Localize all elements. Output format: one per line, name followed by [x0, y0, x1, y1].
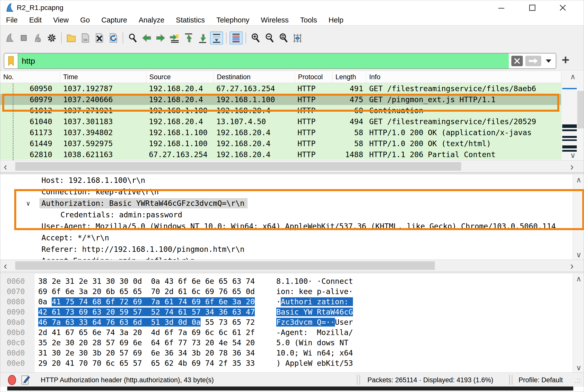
- packet-row[interactable]: 610401037.301183192.168.20.413.107.4.50H…: [0, 116, 561, 127]
- minimize-button[interactable]: [491, 2, 511, 13]
- reload-file-button[interactable]: [107, 32, 120, 44]
- zoom-out-button[interactable]: [263, 32, 276, 44]
- hex-row[interactable]: 006038 2e 31 2e 31 30 30 0d 0a 43 6f 6e …: [0, 276, 573, 286]
- menu-item-edit[interactable]: Edit: [23, 16, 47, 24]
- detail-line[interactable]: ∨Authorization: Basic YWRtaW46cGFzc3dvcm…: [0, 198, 573, 209]
- goto-packet-button[interactable]: [168, 32, 181, 44]
- expander-icon[interactable]: ∨: [26, 198, 30, 209]
- column-header-source[interactable]: Source: [146, 72, 214, 83]
- hex-gap: [88, 348, 92, 357]
- display-filter-input[interactable]: http: [18, 54, 509, 68]
- hscrollbar-thumb[interactable]: [15, 162, 461, 171]
- last-packet-button[interactable]: [196, 32, 209, 44]
- resize-columns-button[interactable]: [291, 32, 304, 44]
- detail-line[interactable]: Accept-Encoding: gzip, deflate\r\n: [0, 255, 573, 260]
- hex-row[interactable]: 00800a 41 75 74 68 6f 72 69 7a 61 74 69 …: [0, 296, 573, 307]
- details-hscrollbar[interactable]: ‹ ›: [0, 260, 584, 272]
- open-file-button[interactable]: [65, 32, 78, 44]
- menu-item-capture[interactable]: Capture: [96, 16, 133, 24]
- detail-line[interactable]: User-Agent: Mozilla/5.0 (Windows NT 10.0…: [0, 220, 573, 232]
- hex-row[interactable]: 009042 61 73 69 63 20 59 57 52 74 61 57 …: [0, 307, 573, 317]
- restart-capture-button[interactable]: [31, 32, 44, 44]
- scroll-left-icon[interactable]: ‹: [4, 260, 7, 272]
- detail-line[interactable]: Host: 192.168.1.100\r\n: [0, 175, 573, 186]
- detail-line[interactable]: Referer: http://192.168.1.100/pingmon.ht…: [0, 244, 573, 255]
- scroll-down-icon[interactable]: ∨: [561, 152, 584, 159]
- packet-list-hscrollbar[interactable]: ‹ ›: [0, 160, 584, 173]
- column-header-protocol[interactable]: Protocol: [295, 72, 332, 83]
- detail-line[interactable]: Accept: */*\r\n: [0, 232, 573, 244]
- last-packet-icon: [197, 32, 208, 44]
- hex-row[interactable]: 007069 6f 6e 3a 20 6b 65 65 70 2d 61 6c …: [0, 286, 573, 296]
- bytes-vscrollbar[interactable]: ∧ ∨: [573, 274, 584, 372]
- filter-bookmark-button[interactable]: [4, 54, 18, 68]
- scroll-up-icon[interactable]: ∧: [561, 73, 584, 80]
- column-header-time[interactable]: Time: [60, 72, 146, 83]
- column-header-no[interactable]: No.: [0, 72, 60, 83]
- hex-row[interactable]: 00b02d 41 67 65 6e 74 3a 20 4d 6f 7a 69 …: [0, 327, 573, 338]
- hex-byte: 64: [92, 318, 101, 326]
- scroll-left-icon[interactable]: ‹: [4, 161, 7, 172]
- hex-gap: [160, 318, 165, 326]
- zoom-in-button[interactable]: [249, 32, 262, 44]
- find-packet-button[interactable]: [126, 32, 139, 44]
- filter-add-button[interactable]: +: [562, 52, 569, 67]
- menu-item-help[interactable]: Help: [323, 16, 349, 24]
- zoom-reset-button[interactable]: [277, 32, 290, 44]
- hex-row[interactable]: 00e029 20 41 70 70 6c 65 57 65 62 4b 69 …: [0, 358, 573, 368]
- ascii-char: ;: [294, 348, 299, 357]
- hex-byte: 30: [52, 348, 61, 357]
- filter-bar: http +: [0, 50, 584, 71]
- stop-capture-button[interactable]: [17, 32, 30, 44]
- save-file-button[interactable]: 010: [79, 32, 92, 44]
- hex-row[interactable]: 00d031 30 2e 30 3b 20 57 69 6e 36 34 3b …: [0, 348, 573, 358]
- previous-packet-button[interactable]: [140, 32, 153, 44]
- hscrollbar-thumb[interactable]: [15, 261, 435, 270]
- hex-row[interactable]: 00a046 7a 63 33 64 76 63 6d 51 3d 0d 0a …: [0, 317, 573, 327]
- packet-row[interactable]: 628101038.62116367.27.163.254192.168.20.…: [0, 149, 561, 160]
- scroll-down-icon[interactable]: ∨: [573, 364, 584, 372]
- details-vscrollbar[interactable]: ∧ ∨: [573, 175, 584, 260]
- expert-info-icon[interactable]: [7, 375, 17, 385]
- menu-item-go[interactable]: Go: [74, 16, 96, 24]
- packet-row[interactable]: 611731037.394802192.168.1.100192.168.20.…: [0, 127, 561, 138]
- menu-item-statistics[interactable]: Statistics: [170, 16, 211, 24]
- column-header-destination[interactable]: Destination: [214, 72, 295, 83]
- maximize-button[interactable]: [522, 2, 542, 13]
- wireshark-fin-button[interactable]: [3, 32, 16, 44]
- detail-line[interactable]: Connection: keep-alive\r\n: [0, 186, 573, 198]
- menu-item-view[interactable]: View: [47, 16, 74, 24]
- colorize-button[interactable]: [230, 32, 243, 44]
- filter-apply-button[interactable]: [525, 56, 541, 66]
- column-header-info[interactable]: Info: [366, 72, 561, 83]
- resize-grip[interactable]: .⁚⁚: [575, 378, 581, 384]
- packet-list-vscrollbar[interactable]: ∧ ∨: [561, 72, 584, 160]
- menu-item-analyze[interactable]: Analyze: [133, 16, 170, 24]
- scroll-right-icon[interactable]: ›: [570, 161, 574, 172]
- first-packet-button[interactable]: [182, 32, 195, 44]
- menu-item-tools[interactable]: Tools: [294, 16, 323, 24]
- packet-row[interactable]: 609501037.192787192.168.20.467.27.163.25…: [0, 83, 561, 94]
- hex-row[interactable]: 00c035 2e 30 20 28 57 69 6e 64 6f 77 73 …: [0, 338, 573, 348]
- auto-scroll-button[interactable]: [210, 32, 223, 44]
- scroll-right-icon[interactable]: ›: [570, 260, 574, 272]
- scrollbar-thumb[interactable]: [577, 91, 584, 128]
- menu-item-file[interactable]: File: [0, 16, 23, 24]
- scroll-down-icon[interactable]: ∨: [573, 251, 584, 258]
- filter-dropdown-caret[interactable]: [546, 60, 551, 63]
- menu-item-wireless[interactable]: Wireless: [255, 16, 294, 24]
- column-header-length[interactable]: Length: [332, 72, 366, 83]
- capture-options-button[interactable]: [45, 32, 58, 44]
- scroll-up-icon[interactable]: ∧: [573, 176, 584, 184]
- detail-line[interactable]: Credentials: admin:password: [0, 209, 573, 220]
- next-packet-button[interactable]: [154, 32, 167, 44]
- close-file-button[interactable]: [93, 32, 106, 44]
- menu-item-telephony[interactable]: Telephony: [211, 16, 255, 24]
- filter-clear-button[interactable]: [511, 56, 523, 66]
- capture-comment-icon[interactable]: [20, 375, 31, 385]
- packet-row[interactable]: 609791037.240666192.168.20.4192.168.1.10…: [0, 94, 561, 105]
- packet-row[interactable]: 610121037.271921192.168.1.100192.168.20.…: [0, 105, 561, 116]
- packet-row[interactable]: 614491037.592975192.168.1.100192.168.20.…: [0, 138, 561, 149]
- scroll-up-icon[interactable]: ∧: [573, 275, 584, 282]
- close-button[interactable]: [553, 2, 573, 13]
